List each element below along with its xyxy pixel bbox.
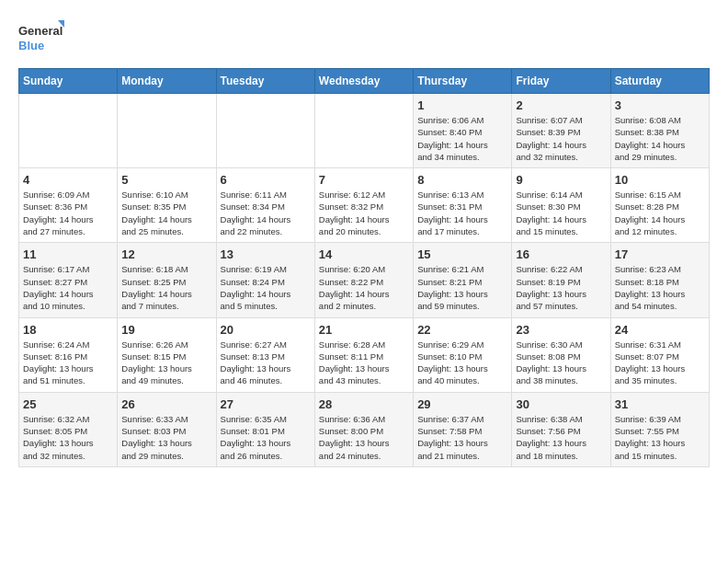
day-number: 4 — [23, 173, 113, 187]
day-cell-17: 17Sunrise: 6:23 AM Sunset: 8:18 PM Dayli… — [610, 243, 709, 317]
logo: General Blue — [18, 18, 64, 59]
day-number: 13 — [221, 247, 311, 261]
day-number: 29 — [417, 397, 507, 411]
day-cell-10: 10Sunrise: 6:15 AM Sunset: 8:28 PM Dayli… — [610, 168, 709, 243]
day-info: Sunrise: 6:22 AM Sunset: 8:19 PM Dayligh… — [516, 263, 606, 312]
empty-cell — [314, 94, 413, 168]
day-number: 23 — [516, 323, 606, 337]
day-info: Sunrise: 6:15 AM Sunset: 8:28 PM Dayligh… — [615, 189, 705, 237]
day-number: 2 — [516, 98, 606, 112]
week-row-5: 25Sunrise: 6:32 AM Sunset: 8:05 PM Dayli… — [19, 392, 710, 466]
day-number: 8 — [417, 173, 507, 187]
day-number: 7 — [319, 173, 409, 187]
day-number: 22 — [417, 323, 507, 337]
week-row-3: 11Sunrise: 6:17 AM Sunset: 8:27 PM Dayli… — [19, 243, 710, 317]
week-row-1: 1Sunrise: 6:06 AM Sunset: 8:40 PM Daylig… — [19, 94, 710, 168]
week-row-4: 18Sunrise: 6:24 AM Sunset: 8:16 PM Dayli… — [19, 317, 710, 392]
day-info: Sunrise: 6:08 AM Sunset: 8:38 PM Dayligh… — [615, 114, 705, 163]
day-info: Sunrise: 6:26 AM Sunset: 8:15 PM Dayligh… — [121, 339, 211, 387]
empty-cell — [216, 94, 314, 168]
day-number: 10 — [615, 173, 705, 187]
header: General Blue — [18, 18, 710, 59]
day-info: Sunrise: 6:20 AM Sunset: 8:22 PM Dayligh… — [319, 263, 409, 312]
day-number: 9 — [516, 173, 606, 187]
empty-cell — [118, 94, 216, 168]
day-info: Sunrise: 6:39 AM Sunset: 7:55 PM Dayligh… — [615, 413, 705, 462]
day-number: 3 — [615, 98, 705, 112]
day-cell-12: 12Sunrise: 6:18 AM Sunset: 8:25 PM Dayli… — [118, 243, 216, 317]
day-info: Sunrise: 6:28 AM Sunset: 8:11 PM Dayligh… — [319, 339, 409, 387]
day-info: Sunrise: 6:31 AM Sunset: 8:07 PM Dayligh… — [615, 339, 705, 387]
day-info: Sunrise: 6:23 AM Sunset: 8:18 PM Dayligh… — [615, 263, 705, 312]
day-info: Sunrise: 6:30 AM Sunset: 8:08 PM Dayligh… — [516, 339, 606, 387]
day-cell-21: 21Sunrise: 6:28 AM Sunset: 8:11 PM Dayli… — [314, 317, 413, 392]
day-cell-24: 24Sunrise: 6:31 AM Sunset: 8:07 PM Dayli… — [610, 317, 709, 392]
column-header-thursday: Thursday — [414, 69, 512, 94]
day-number: 18 — [23, 323, 113, 337]
day-number: 16 — [516, 247, 606, 261]
week-row-2: 4Sunrise: 6:09 AM Sunset: 8:36 PM Daylig… — [19, 168, 710, 243]
day-info: Sunrise: 6:09 AM Sunset: 8:36 PM Dayligh… — [23, 189, 113, 237]
column-header-friday: Friday — [512, 69, 610, 94]
day-cell-3: 3Sunrise: 6:08 AM Sunset: 8:38 PM Daylig… — [610, 94, 709, 168]
day-info: Sunrise: 6:12 AM Sunset: 8:32 PM Dayligh… — [319, 189, 409, 237]
day-cell-31: 31Sunrise: 6:39 AM Sunset: 7:55 PM Dayli… — [610, 392, 709, 466]
day-info: Sunrise: 6:06 AM Sunset: 8:40 PM Dayligh… — [417, 114, 507, 163]
day-cell-2: 2Sunrise: 6:07 AM Sunset: 8:39 PM Daylig… — [512, 94, 610, 168]
column-header-wednesday: Wednesday — [314, 69, 413, 94]
svg-text:Blue: Blue — [18, 39, 44, 52]
day-info: Sunrise: 6:14 AM Sunset: 8:30 PM Dayligh… — [516, 189, 606, 237]
day-cell-4: 4Sunrise: 6:09 AM Sunset: 8:36 PM Daylig… — [19, 168, 118, 243]
day-info: Sunrise: 6:11 AM Sunset: 8:34 PM Dayligh… — [221, 189, 311, 237]
day-number: 5 — [121, 173, 211, 187]
day-info: Sunrise: 6:32 AM Sunset: 8:05 PM Dayligh… — [23, 413, 113, 462]
day-cell-22: 22Sunrise: 6:29 AM Sunset: 8:10 PM Dayli… — [414, 317, 512, 392]
day-cell-5: 5Sunrise: 6:10 AM Sunset: 8:35 PM Daylig… — [118, 168, 216, 243]
day-cell-6: 6Sunrise: 6:11 AM Sunset: 8:34 PM Daylig… — [216, 168, 314, 243]
column-header-tuesday: Tuesday — [216, 69, 314, 94]
day-number: 1 — [417, 98, 507, 112]
day-info: Sunrise: 6:37 AM Sunset: 7:58 PM Dayligh… — [417, 413, 507, 462]
day-number: 11 — [23, 247, 113, 261]
svg-text:General: General — [18, 24, 63, 38]
day-cell-16: 16Sunrise: 6:22 AM Sunset: 8:19 PM Dayli… — [512, 243, 610, 317]
header-row: SundayMondayTuesdayWednesdayThursdayFrid… — [19, 69, 710, 94]
day-number: 24 — [615, 323, 705, 337]
day-info: Sunrise: 6:27 AM Sunset: 8:13 PM Dayligh… — [221, 339, 311, 387]
day-cell-8: 8Sunrise: 6:13 AM Sunset: 8:31 PM Daylig… — [414, 168, 512, 243]
day-info: Sunrise: 6:17 AM Sunset: 8:27 PM Dayligh… — [23, 263, 113, 312]
day-cell-9: 9Sunrise: 6:14 AM Sunset: 8:30 PM Daylig… — [512, 168, 610, 243]
column-header-sunday: Sunday — [19, 69, 118, 94]
column-header-saturday: Saturday — [610, 69, 709, 94]
empty-cell — [19, 94, 118, 168]
day-info: Sunrise: 6:13 AM Sunset: 8:31 PM Dayligh… — [417, 189, 507, 237]
day-number: 26 — [121, 397, 211, 411]
day-number: 6 — [221, 173, 311, 187]
day-number: 15 — [417, 247, 507, 261]
day-cell-30: 30Sunrise: 6:38 AM Sunset: 7:56 PM Dayli… — [512, 392, 610, 466]
day-info: Sunrise: 6:19 AM Sunset: 8:24 PM Dayligh… — [221, 263, 311, 312]
day-cell-13: 13Sunrise: 6:19 AM Sunset: 8:24 PM Dayli… — [216, 243, 314, 317]
day-cell-29: 29Sunrise: 6:37 AM Sunset: 7:58 PM Dayli… — [414, 392, 512, 466]
day-number: 27 — [221, 397, 311, 411]
day-cell-26: 26Sunrise: 6:33 AM Sunset: 8:03 PM Dayli… — [118, 392, 216, 466]
day-number: 17 — [615, 247, 705, 261]
logo-svg: General Blue — [18, 18, 64, 59]
day-info: Sunrise: 6:29 AM Sunset: 8:10 PM Dayligh… — [417, 339, 507, 387]
day-cell-25: 25Sunrise: 6:32 AM Sunset: 8:05 PM Dayli… — [19, 392, 118, 466]
day-number: 19 — [121, 323, 211, 337]
day-cell-1: 1Sunrise: 6:06 AM Sunset: 8:40 PM Daylig… — [414, 94, 512, 168]
day-info: Sunrise: 6:33 AM Sunset: 8:03 PM Dayligh… — [121, 413, 211, 462]
day-cell-27: 27Sunrise: 6:35 AM Sunset: 8:01 PM Dayli… — [216, 392, 314, 466]
day-cell-28: 28Sunrise: 6:36 AM Sunset: 8:00 PM Dayli… — [314, 392, 413, 466]
day-info: Sunrise: 6:38 AM Sunset: 7:56 PM Dayligh… — [516, 413, 606, 462]
day-cell-11: 11Sunrise: 6:17 AM Sunset: 8:27 PM Dayli… — [19, 243, 118, 317]
day-cell-23: 23Sunrise: 6:30 AM Sunset: 8:08 PM Dayli… — [512, 317, 610, 392]
day-cell-18: 18Sunrise: 6:24 AM Sunset: 8:16 PM Dayli… — [19, 317, 118, 392]
day-info: Sunrise: 6:10 AM Sunset: 8:35 PM Dayligh… — [121, 189, 211, 237]
day-info: Sunrise: 6:24 AM Sunset: 8:16 PM Dayligh… — [23, 339, 113, 387]
day-cell-20: 20Sunrise: 6:27 AM Sunset: 8:13 PM Dayli… — [216, 317, 314, 392]
day-info: Sunrise: 6:35 AM Sunset: 8:01 PM Dayligh… — [221, 413, 311, 462]
day-info: Sunrise: 6:18 AM Sunset: 8:25 PM Dayligh… — [121, 263, 211, 312]
day-cell-19: 19Sunrise: 6:26 AM Sunset: 8:15 PM Dayli… — [118, 317, 216, 392]
